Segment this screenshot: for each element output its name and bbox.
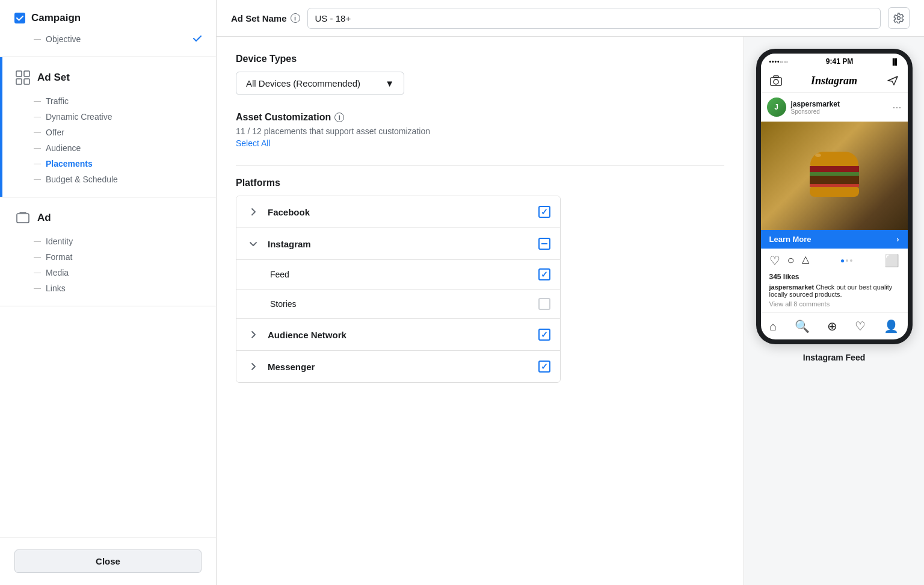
gear-button[interactable]: [888, 7, 910, 29]
instagram-checkbox[interactable]: [538, 238, 550, 250]
carousel-dots: [841, 259, 852, 262]
tree-line-icon: [34, 179, 41, 180]
adset-icon: [14, 69, 31, 86]
comments-link[interactable]: View all 8 comments: [761, 300, 908, 312]
dropdown-arrow-icon: ▼: [385, 78, 394, 88]
post-caption: jaspersmarket Check out our best quality…: [761, 283, 908, 300]
ad-section: Ad Identity Format Media Links: [0, 197, 216, 306]
close-button[interactable]: Close: [14, 549, 202, 573]
tree-line-icon: [34, 39, 41, 40]
battery-icon: ▐▌: [890, 58, 899, 65]
more-options-icon[interactable]: ···: [892, 102, 901, 113]
ad-set-name-input[interactable]: [307, 8, 881, 29]
post-actions: ♡ ○ △ ⬜: [761, 249, 908, 273]
ad-set-info-icon[interactable]: i: [291, 13, 300, 23]
asset-customization-title: Asset Customization i: [236, 112, 724, 123]
heart-nav-icon[interactable]: ♡: [855, 319, 866, 333]
sponsored-label: Sponsored: [791, 108, 888, 115]
cta-label[interactable]: Learn More: [769, 235, 812, 244]
dot-1: [846, 259, 848, 262]
home-nav-icon[interactable]: ⌂: [769, 320, 777, 333]
platforms-title: Platforms: [236, 178, 724, 188]
instagram-logo: Instagram: [811, 75, 857, 87]
instagram-feed-checkbox[interactable]: ✓: [538, 268, 550, 280]
audience-network-label: Audience Network: [268, 330, 538, 340]
caption-username: jaspersmarket: [769, 283, 815, 291]
svg-rect-3: [24, 79, 29, 84]
comment-icon[interactable]: ○: [787, 253, 795, 268]
sidebar-item-dynamic-creative[interactable]: Dynamic Creative: [14, 109, 202, 125]
instagram-feed-label: Feed: [270, 270, 538, 279]
instagram-stories-checkbox[interactable]: [538, 298, 550, 310]
messenger-label: Messenger: [268, 362, 538, 372]
platform-row-facebook[interactable]: Facebook ✓: [236, 196, 560, 228]
tree-line-icon: [34, 241, 41, 242]
platform-row-instagram[interactable]: Instagram: [236, 228, 560, 260]
search-nav-icon[interactable]: 🔍: [795, 319, 810, 333]
tree-line-icon: [34, 257, 41, 258]
campaign-checkbox[interactable]: [14, 13, 25, 23]
messenger-check-icon: ✓: [541, 362, 548, 371]
asset-info-icon[interactable]: i: [334, 113, 344, 122]
patty: [810, 176, 859, 184]
add-nav-icon[interactable]: ⊕: [827, 319, 837, 333]
instagram-expand-icon[interactable]: [246, 237, 260, 251]
tree-line-icon: [34, 132, 41, 133]
facebook-label: Facebook: [268, 207, 538, 217]
sidebar-item-format[interactable]: Format: [14, 249, 202, 265]
preview-panel: ••••○○ 9:41 PM ▐▌ Instagram: [744, 37, 924, 585]
post-username: jaspersmarket: [791, 100, 888, 108]
burger-illustration: [804, 152, 864, 200]
sidebar-item-links[interactable]: Links: [14, 280, 202, 296]
form-area: Device Types All Devices (Recommended) ▼…: [217, 37, 744, 585]
post-image: [761, 122, 908, 230]
ad-header: Ad: [14, 209, 202, 226]
adset-header: Ad Set: [14, 69, 202, 86]
messenger-checkbox[interactable]: ✓: [538, 361, 550, 373]
audience-network-checkbox[interactable]: ✓: [538, 329, 550, 341]
ad-set-name-label: Ad Set Name i: [231, 13, 300, 23]
svg-rect-7: [774, 76, 778, 78]
cta-arrow-icon: ›: [896, 235, 899, 244]
device-types-label: Device Types: [236, 54, 724, 64]
sidebar-item-objective[interactable]: Objective: [14, 31, 202, 47]
heart-icon[interactable]: ♡: [769, 253, 780, 268]
audience-network-expand-icon[interactable]: [246, 327, 260, 342]
bookmark-icon[interactable]: ⬜: [884, 253, 899, 268]
divider: [236, 165, 724, 166]
time-display: 9:41 PM: [826, 57, 853, 66]
sidebar-item-audience[interactable]: Audience: [14, 140, 202, 156]
instagram-app-header: Instagram: [761, 69, 908, 93]
svg-rect-2: [16, 79, 22, 84]
share-icon[interactable]: △: [802, 253, 809, 268]
sidebar-item-offer[interactable]: Offer: [14, 125, 202, 140]
send-icon: [886, 74, 899, 87]
platform-row-instagram-feed[interactable]: Feed ✓: [236, 260, 560, 289]
facebook-checkbox[interactable]: ✓: [538, 206, 550, 218]
sidebar-item-identity[interactable]: Identity: [14, 234, 202, 249]
svg-rect-4: [17, 214, 29, 223]
svg-rect-1: [24, 71, 29, 76]
tree-line-icon: [34, 273, 41, 273]
device-types-dropdown[interactable]: All Devices (Recommended) ▼: [236, 72, 404, 95]
tree-line-icon: [34, 148, 41, 149]
messenger-expand-icon[interactable]: [246, 359, 260, 374]
adset-section: Ad Set Traffic Dynamic Creative Offer Au…: [0, 57, 216, 197]
profile-nav-icon[interactable]: 👤: [884, 319, 899, 333]
platform-row-instagram-stories[interactable]: Stories: [236, 289, 560, 319]
sidebar-item-media[interactable]: Media: [14, 265, 202, 280]
select-all-link[interactable]: Select All: [236, 138, 271, 148]
tree-line-icon: [34, 164, 41, 164]
facebook-expand-icon[interactable]: [246, 205, 260, 219]
bun-bottom: [810, 187, 859, 197]
sidebar-item-budget-schedule[interactable]: Budget & Schedule: [14, 172, 202, 187]
platform-row-audience-network[interactable]: Audience Network ✓: [236, 319, 560, 351]
sidebar-item-traffic[interactable]: Traffic: [14, 93, 202, 109]
active-accent: [0, 57, 2, 197]
tree-line-icon: [34, 117, 41, 117]
platform-row-messenger[interactable]: Messenger ✓: [236, 351, 560, 382]
sidebar-item-placements[interactable]: Placements: [14, 156, 202, 172]
bun-top: [810, 152, 858, 166]
post-meta: jaspersmarket Sponsored: [791, 100, 888, 115]
avatar: J: [767, 98, 786, 117]
